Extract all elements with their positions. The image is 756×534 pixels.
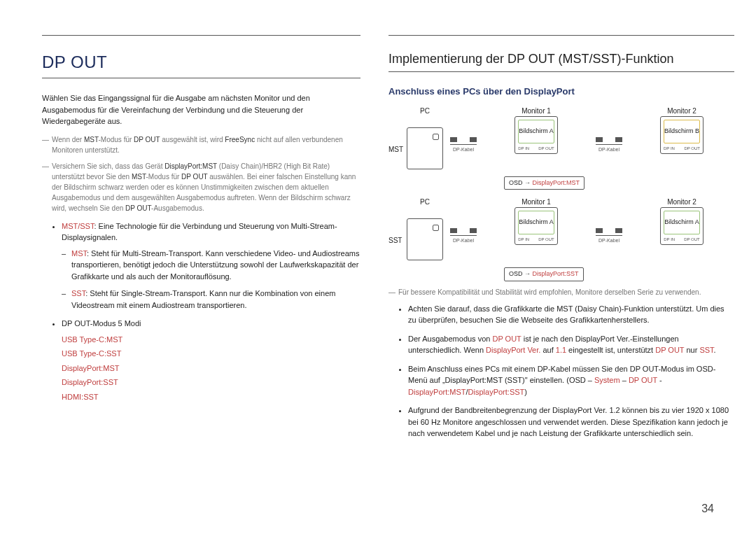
label-sst: SST — [388, 235, 402, 246]
bullet-osd-path: Beim Anschluss eines PCs mit einem DP-Ka… — [408, 363, 734, 398]
pc-icon — [407, 218, 443, 260]
rule-under-h1 — [42, 78, 360, 78]
label-pc: PC — [420, 106, 430, 116]
cable-icon: DP-Kabel — [450, 137, 477, 154]
osd-box-sst: OSD → DisplayPort:SST — [504, 267, 584, 281]
monitor-icon: Bildschirm B DP IN DP OUT — [660, 116, 704, 154]
bullet-gpu: Achten Sie darauf, dass die Grafikkarte … — [408, 303, 734, 326]
note-hbr2: Versichern Sie sich, dass das Gerät Disp… — [42, 161, 360, 213]
heading-implementierung: Implementierung der DP OUT (MST/SST)-Fun… — [388, 50, 734, 69]
mode-item: HDMI:SST — [62, 391, 360, 403]
rule-under-h2 — [388, 71, 734, 72]
heading-anschluss: Anschluss eines PCs über den DisplayPort — [388, 85, 734, 99]
cable-icon: DP-Kabel — [596, 137, 622, 154]
note-freesync: Wenn der MST-Modus für DP OUT ausgewählt… — [42, 134, 360, 155]
bullet-list-right: Achten Sie darauf, dass die Grafikkarte … — [388, 303, 734, 440]
bullet-bandwidth: Aufgrund der Bandbreitenbegrenzung der D… — [408, 405, 734, 440]
screen-a: Bildschirm A — [518, 120, 554, 143]
diagram-sst: SST PC DP-Kabel Monitor 1 Bildschirm A — [388, 197, 734, 281]
label-monitor1: Monitor 1 — [522, 106, 551, 116]
intro-text: Wählen Sie das Eingangssignal für die Au… — [42, 92, 360, 127]
mode-item: USB Type-C:MST — [62, 334, 360, 346]
left-column: DP OUT Wählen Sie das Eingangssignal für… — [42, 35, 360, 447]
bullet-list-left: MST/SST: Eine Technologie für die Verbin… — [42, 220, 360, 403]
right-column: Implementierung der DP OUT (MST/SST)-Fun… — [388, 35, 734, 447]
label-mst: MST — [388, 144, 403, 155]
mode-item: USB Type-C:SST — [62, 348, 360, 360]
monitor-icon: Bildschirm A DP IN DP OUT — [514, 207, 558, 245]
note-compat: Für bessere Kompatibilität und Stabilitä… — [388, 287, 734, 297]
bullet-mst-sst: MST/SST: Eine Technologie für die Verbin… — [62, 220, 360, 311]
monitor-icon: Bildschirm A DP IN DP OUT — [660, 207, 704, 245]
sub-sst: SST: Steht für Single-Stream-Transport. … — [62, 288, 360, 311]
bullet-modes: DP OUT-Modus 5 Modi USB Type-C:MST USB T… — [62, 318, 360, 402]
cable-icon: DP-Kabel — [450, 228, 477, 245]
sub-mst: MST: Steht für Multi-Stream-Transport. K… — [62, 248, 360, 283]
page-number: 34 — [701, 500, 714, 517]
label-monitor2: Monitor 2 — [667, 106, 696, 116]
monitor-icon: Bildschirm A DP IN DP OUT — [514, 116, 558, 154]
heading-dp-out: DP OUT — [42, 50, 360, 75]
cable-icon: DP-Kabel — [596, 228, 622, 245]
mode-item: DisplayPort:SST — [62, 377, 360, 388]
screen-b: Bildschirm B — [664, 120, 700, 143]
osd-box-mst: OSD → DisplayPort:MST — [504, 176, 584, 190]
mode-item: DisplayPort:MST — [62, 363, 360, 374]
rule-top-right — [388, 35, 734, 36]
diagram-mst: MST PC DP-Kabel Monitor 1 Bildschirm A — [388, 106, 734, 190]
pc-icon — [407, 127, 443, 169]
rule-top-left — [42, 35, 360, 36]
bullet-dpver: Der Ausgabemodus von DP OUT ist je nach … — [408, 333, 734, 356]
